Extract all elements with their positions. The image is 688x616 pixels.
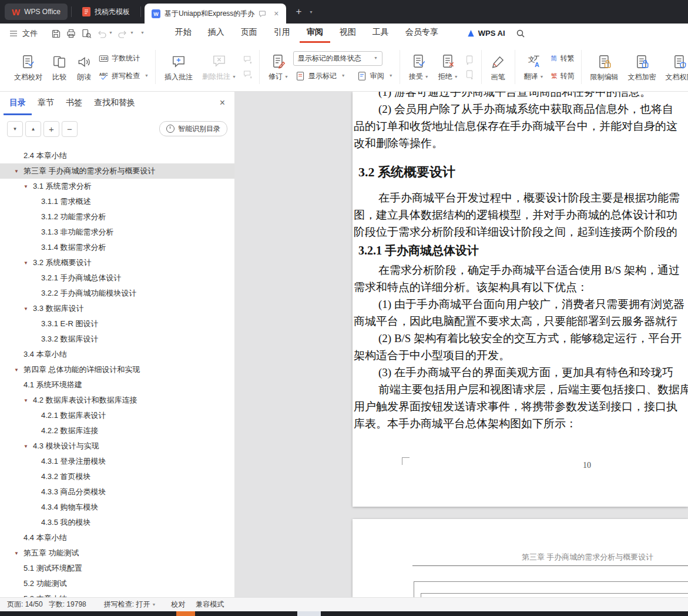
toc-item[interactable]: 4.2 数据库表设计和数据库连接 [0, 393, 234, 408]
insert-comment-button[interactable]: 插入批注 [160, 45, 197, 89]
doc-encrypt-button[interactable]: 文档加密 [623, 45, 661, 89]
collapse-level-button[interactable] [62, 121, 78, 137]
to-traditional-button[interactable]: 简 转繁 [549, 51, 577, 66]
status-spellcheck[interactable]: 拼写检查: 打开 [104, 600, 156, 610]
delete-comment-button[interactable]: 删除批注 [197, 45, 241, 89]
close-pane-icon[interactable] [220, 98, 225, 108]
spell-check-button[interactable]: ABC 拼写检查 [96, 69, 151, 83]
toc-item[interactable]: 3.4 本章小结 [0, 347, 234, 362]
taskbar-app-icon[interactable] [176, 611, 195, 616]
redo-caret-icon[interactable] [130, 31, 134, 35]
tab-wps-office[interactable]: W WPS Office [5, 4, 68, 20]
word-count-button[interactable]: 123 字数统计 [96, 51, 151, 66]
next-revision-button[interactable] [465, 69, 475, 80]
restrict-editing-button[interactable]: 限制编辑 [586, 45, 623, 89]
status-word-count[interactable]: 字数: 19798 [49, 600, 86, 610]
toc-item[interactable]: 5.1 测试环境配置 [0, 561, 234, 576]
nav-tab-bookmark[interactable]: 书签 [60, 92, 88, 115]
comment-bubble-icon[interactable] [259, 10, 266, 18]
search-button[interactable] [516, 29, 525, 38]
menu-tab-member[interactable]: 会员专享 [398, 24, 445, 43]
new-tab-button[interactable] [292, 5, 306, 19]
toc-item[interactable]: 3.1.2 功能需求分析 [0, 209, 234, 225]
markup-state-dropdown[interactable]: 显示标记的最终状态 [293, 51, 382, 66]
menu-tab-tools[interactable]: 工具 [365, 24, 396, 43]
toc-item[interactable]: 第四章 总体功能的详细设计和实现 [0, 362, 234, 377]
document-page-1[interactable]: (1) 游客可通过手办商城平台查询商品和任务中的信息。(2) 会员用户除了从手办… [353, 92, 688, 507]
nav-tab-toc[interactable]: 目录 [4, 92, 32, 115]
toc-item[interactable]: 3.1.1 需求概述 [0, 194, 234, 209]
toc-item[interactable]: 第五章 功能测试 [0, 545, 234, 561]
prev-comment-button[interactable] [243, 55, 253, 65]
toc-item[interactable]: 3.3.1 E-R 图设计 [0, 316, 234, 332]
compare-button[interactable]: 比较 [47, 45, 72, 89]
pen-button[interactable]: 画笔 [486, 45, 511, 89]
tab-template-store[interactable]: 找稿壳模板 [75, 4, 137, 20]
customize-toolbar-caret-icon[interactable] [140, 31, 145, 35]
toc-item[interactable]: 4.3 模块设计与实现 [0, 438, 234, 454]
read-aloud-button[interactable]: 朗读 [72, 45, 96, 89]
toc-item[interactable]: 4.3.2 首页模块 [0, 469, 234, 484]
collapse-all-button[interactable] [7, 121, 23, 137]
toc-collapse-icon[interactable] [24, 306, 33, 312]
expand-level-button[interactable] [43, 121, 59, 137]
review-mode-button[interactable]: 审阅 [355, 69, 395, 83]
close-tab-icon[interactable] [274, 9, 278, 18]
toc-item[interactable]: 4.3.3 商品分类模块 [0, 484, 234, 500]
translate-button[interactable]: 文A 翻译 [519, 45, 549, 89]
toc-item[interactable]: 3.2.1 手办商城总体设计 [0, 270, 234, 286]
redo-button[interactable] [118, 28, 134, 39]
toc-collapse-icon[interactable] [14, 169, 24, 174]
menu-tab-reference[interactable]: 引用 [267, 24, 297, 43]
nav-tab-find-replace[interactable]: 查找和替换 [88, 92, 141, 115]
expand-all-button[interactable] [25, 121, 41, 137]
save-button[interactable] [51, 28, 61, 39]
status-page-count[interactable]: 页面: 14/50 [7, 600, 43, 610]
nav-tab-chapter[interactable]: 章节 [32, 92, 60, 115]
toc-item[interactable]: 3.3.2 数据库设计 [0, 332, 234, 347]
toc-item[interactable]: 4.4 本章小结 [0, 530, 234, 545]
taskbar-app-icon[interactable] [297, 611, 321, 616]
toc-item[interactable]: 2.4 本章小结 [0, 148, 234, 163]
menu-tab-insert[interactable]: 插入 [201, 24, 231, 43]
show-markup-button[interactable]: 显示标记 [293, 69, 348, 83]
toc-item[interactable]: 5.2 功能测试 [0, 576, 234, 591]
toc-item[interactable]: 4.1 系统环境搭建 [0, 377, 234, 393]
status-proofread[interactable]: 校对 [171, 600, 185, 610]
reject-revision-button[interactable]: 拒绝 [434, 45, 463, 89]
doc-permission-button[interactable]: 文档权限 [661, 45, 688, 89]
toc-item[interactable]: 5.3 本章小结 [0, 591, 234, 597]
toc-collapse-icon[interactable] [24, 444, 33, 449]
toc-collapse-icon[interactable] [24, 398, 33, 403]
document-page-2[interactable]: 第三章 手办商城的需求分析与概要设计 [353, 519, 688, 597]
toc-item[interactable]: 3.1 系统需求分析 [0, 179, 234, 194]
toc-collapse-icon[interactable] [24, 184, 33, 189]
tab-list-caret-icon[interactable] [306, 5, 317, 19]
doc-proofread-button[interactable]: 文档校对 [9, 45, 47, 89]
toc-collapse-icon[interactable] [14, 551, 24, 556]
toc-item[interactable]: 第三章 手办商城的需求分析与概要设计 [0, 163, 234, 179]
toc-collapse-icon[interactable] [24, 260, 33, 266]
toc-item[interactable]: 4.2.2 数据库连接 [0, 423, 234, 438]
toc-item[interactable]: 3.2 系统概要设计 [0, 255, 234, 270]
print-button[interactable] [66, 28, 76, 39]
toc-item[interactable]: 3.2.2 手办商城功能模块设计 [0, 286, 234, 301]
menu-tab-review[interactable]: 审阅 [300, 24, 330, 43]
toc-item[interactable]: 3.1.3 非功能需求分析 [0, 225, 234, 240]
toc-item[interactable]: 4.2.1 数据库表设计 [0, 408, 234, 423]
document-canvas[interactable]: (1) 游客可通过手办商城平台查询商品和任务中的信息。(2) 会员用户除了从手办… [235, 92, 688, 597]
toc-item[interactable]: 4.3.5 我的模块 [0, 515, 234, 530]
smart-toc-button[interactable]: 智能识别目录 [159, 121, 227, 136]
toc-item[interactable]: 3.3 数据库设计 [0, 301, 234, 316]
menu-tab-page[interactable]: 页面 [234, 24, 264, 43]
toc-collapse-icon[interactable] [14, 367, 24, 373]
tab-current-doc[interactable]: W 基于Uniapp和Express的手办 [145, 4, 286, 24]
menu-tab-home[interactable]: 开始 [168, 24, 199, 43]
toc-item[interactable]: 4.3.1 登录注册模块 [0, 454, 234, 469]
track-changes-button[interactable]: 修订 [264, 45, 293, 89]
menu-tab-view[interactable]: 视图 [333, 24, 363, 43]
next-comment-button[interactable] [243, 69, 253, 80]
toc-item[interactable]: 3.1.4 数据需求分析 [0, 240, 234, 255]
wps-ai-button[interactable]: WPS AI [467, 29, 505, 38]
prev-revision-button[interactable] [465, 55, 475, 65]
